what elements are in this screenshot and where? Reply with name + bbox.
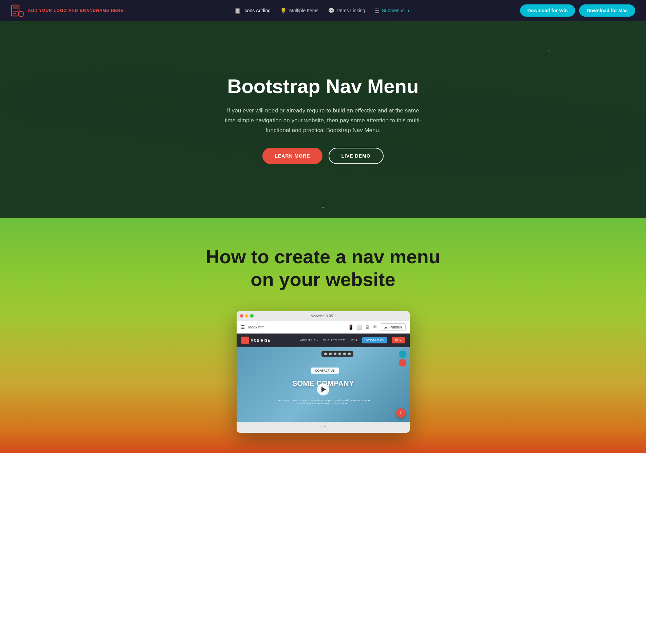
navbar-brand-text: ADD YOUR LOGO AND BRANDNAME HERE <box>28 8 124 13</box>
play-button[interactable] <box>317 383 329 396</box>
eye-preview-icon[interactable]: 👁 <box>372 324 377 330</box>
edit-tool-dot-5 <box>343 353 346 355</box>
inner-nav-about-us[interactable]: ABOUT US ▾ <box>300 339 318 342</box>
hero-section: Bootstrap Nav Menu If you ever will need… <box>0 21 646 218</box>
maximize-window-button[interactable] <box>250 314 254 318</box>
submenus-icon: ☰ <box>375 7 380 14</box>
inner-nav-buy-button[interactable]: BUY <box>392 337 405 343</box>
publish-label: Publish <box>389 325 402 329</box>
red-swatch[interactable] <box>399 359 406 366</box>
app-content-area: CONTACT US SOME COMPANY Lorem ipsum dolo… <box>237 347 410 422</box>
inner-nav-our-project[interactable]: OUR PROJECT <box>323 339 345 342</box>
learn-more-button[interactable]: LEARN MORE <box>262 148 322 164</box>
app-toolbar: ☰ index.html 📱 ⬜ 🖥 👁 ☁ Publish <box>237 321 410 334</box>
navbar: ADD YOUR LOGO AND BRANDNAME HERE 📋 Icons… <box>0 0 646 21</box>
nav-item-items-linking-label: Items Linking <box>337 8 365 13</box>
svg-point-6 <box>21 15 21 15</box>
edit-toolbar <box>321 351 353 357</box>
hero-content: Bootstrap Nav Menu If you ever will need… <box>215 75 432 164</box>
nav-item-icons-adding[interactable]: 📋 Icons Adding <box>234 7 271 14</box>
tablet-preview-icon[interactable]: ⬜ <box>356 324 362 330</box>
nav-item-items-linking[interactable]: 💬 Items Linking <box>328 7 365 14</box>
hamburger-icon[interactable]: ☰ <box>241 324 245 330</box>
app-filename: index.html <box>248 325 265 329</box>
icons-adding-icon: 📋 <box>234 7 241 14</box>
logo-icon <box>11 4 24 17</box>
edit-tool-dot-3 <box>334 353 336 355</box>
edit-tool-dot-6 <box>348 353 351 355</box>
desktop-preview-icon[interactable]: 🖥 <box>365 324 370 330</box>
nav-item-submenus-label: Submenus <box>382 8 405 13</box>
color-swatches <box>399 351 406 366</box>
lorem-text: Lorem ipsum dolor sit amet, consectetur … <box>275 399 371 405</box>
edit-tool-dot-2 <box>329 353 332 355</box>
download-mac-button[interactable]: Download for Mac <box>579 4 635 17</box>
hero-buttons: LEARN MORE LIVE DEMO <box>221 148 425 164</box>
edit-tool-dot-1 <box>324 353 327 355</box>
navbar-logo: ADD YOUR LOGO AND BRANDNAME HERE <box>11 4 124 17</box>
lorem-line-2: incididunt ut labore et dolore magna ali… <box>275 402 371 405</box>
minimize-window-button[interactable] <box>245 314 248 318</box>
multiple-items-icon: 💡 <box>280 7 287 14</box>
inner-nav-help[interactable]: HELP <box>349 339 357 342</box>
inner-logo-text: MOBIRISE <box>251 339 270 342</box>
play-triangle-icon <box>321 387 326 392</box>
navbar-nav: 📋 Icons Adding 💡 Multiple Items 💬 Items … <box>234 7 409 14</box>
app-screenshot-wrapper: Mobirise 3.05.1 ☰ index.html 📱 ⬜ 🖥 👁 ☁ P… <box>7 311 639 433</box>
fab-add-button[interactable]: + <box>396 408 406 418</box>
toolbar-icons: 📱 ⬜ 🖥 👁 ☁ Publish <box>348 323 405 331</box>
publish-button[interactable]: ☁ Publish <box>380 323 405 331</box>
edit-overlay <box>321 351 353 357</box>
svg-rect-1 <box>13 6 18 9</box>
bottom-chevrons-icon: ⌃⌃ <box>320 425 327 430</box>
download-win-button[interactable]: Download for Win <box>520 4 575 17</box>
navbar-actions: Download for Win Download for Mac <box>520 4 635 17</box>
app-window: Mobirise 3.05.1 ☰ index.html 📱 ⬜ 🖥 👁 ☁ P… <box>237 311 410 433</box>
app-bottom-bar: ⌃⌃ <box>237 422 410 433</box>
nav-item-multiple-items-label: Multiple Items <box>289 8 318 13</box>
hero-description: If you ever will need or already require… <box>221 106 425 136</box>
close-window-button[interactable] <box>240 314 243 318</box>
hero-title: Bootstrap Nav Menu <box>221 75 425 98</box>
inner-nav-links: ABOUT US ▾ OUR PROJECT HELP DOWNLOAD BUY <box>300 337 405 343</box>
inner-nav-download-button[interactable]: DOWNLOAD <box>362 337 387 343</box>
live-demo-button[interactable]: LIVE DEMO <box>329 148 384 164</box>
lorem-line-1: Lorem ipsum dolor sit amet, consectetur … <box>275 399 371 402</box>
app-window-title: Mobirise 3.05.1 <box>256 314 391 318</box>
inner-nav-logo: MOBIRISE <box>241 337 270 344</box>
mobile-preview-icon[interactable]: 📱 <box>348 324 354 330</box>
nav-item-submenus[interactable]: ☰ Submenus ▾ <box>375 7 409 14</box>
contact-us-label: CONTACT US <box>315 369 335 372</box>
edit-tool-dot-4 <box>338 353 341 355</box>
green-section-title: How to create a nav menu on your website <box>204 245 442 291</box>
chevron-down-icon: ▾ <box>408 9 409 13</box>
teal-swatch[interactable] <box>399 351 406 358</box>
inner-logo-box <box>241 337 249 344</box>
nav-item-icons-adding-label: Icons Adding <box>243 8 271 13</box>
scroll-down-arrow[interactable]: ↓ <box>321 201 325 210</box>
contact-us-bar: CONTACT US <box>311 368 339 374</box>
app-inner-nav: MOBIRISE ABOUT US ▾ OUR PROJECT HELP DOW… <box>237 334 410 347</box>
green-section: How to create a nav menu on your website… <box>0 218 646 453</box>
nav-item-multiple-items[interactable]: 💡 Multiple Items <box>280 7 318 14</box>
app-titlebar: Mobirise 3.05.1 <box>237 311 410 321</box>
titlebar-controls <box>240 314 254 318</box>
items-linking-icon: 💬 <box>328 7 335 14</box>
cloud-upload-icon: ☁ <box>384 325 388 329</box>
